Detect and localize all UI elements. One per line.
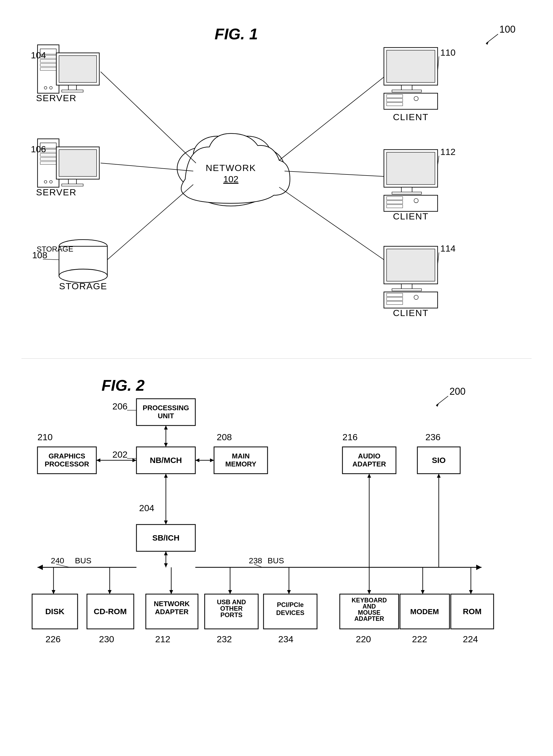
label-sio: SIO — [432, 456, 446, 465]
ref-104: 104 — [31, 50, 46, 60]
ref-204: 204 — [139, 503, 154, 513]
label-client2: CLIENT — [393, 211, 428, 221]
svg-rect-63 — [384, 292, 438, 308]
ref-234: 234 — [278, 634, 294, 644]
label-usb2: OTHER — [220, 605, 243, 612]
svg-rect-40 — [387, 50, 435, 82]
ref-236: 236 — [425, 432, 441, 442]
svg-marker-107 — [437, 474, 441, 478]
label-server2: SERVER — [36, 187, 77, 197]
svg-marker-93 — [164, 474, 168, 478]
fig2-section: FIG. 2 200 PROCESSING UNIT 206 NB/MCH 20… — [21, 375, 532, 744]
label-processing-unit: PROCESSING — [143, 404, 189, 412]
label-pci1: PCI/PCIe — [277, 601, 304, 608]
svg-rect-25 — [62, 184, 83, 186]
svg-rect-42 — [392, 90, 421, 92]
ref-212: 212 — [155, 634, 170, 644]
svg-rect-43 — [384, 93, 438, 109]
svg-line-69 — [279, 77, 384, 160]
label-main-memory1: MAIN — [232, 452, 250, 460]
svg-line-0 — [486, 34, 498, 43]
ref-202: 202 — [112, 449, 128, 459]
ref-106: 106 — [31, 144, 46, 154]
label-audio-adapter1: AUDIO — [358, 452, 380, 460]
svg-marker-73 — [436, 403, 439, 407]
ref-232: 232 — [217, 634, 232, 644]
ref-112: 112 — [441, 147, 456, 157]
label-usb3: PORTS — [221, 611, 243, 618]
svg-rect-53 — [384, 195, 438, 211]
svg-line-72 — [436, 396, 448, 405]
svg-rect-11 — [59, 56, 97, 82]
ref-216: 216 — [342, 432, 358, 442]
svg-rect-12 — [69, 85, 77, 90]
label-graphics-processor2: PROCESSOR — [45, 460, 89, 468]
label-network-adapter1: NETWORK — [154, 600, 190, 608]
svg-line-36 — [101, 72, 196, 163]
label-pci2: DEVICES — [276, 609, 304, 616]
label-network-text: NETWORK — [206, 163, 256, 173]
svg-line-70 — [285, 171, 384, 176]
svg-line-71 — [279, 187, 384, 260]
ref-200: 200 — [450, 386, 466, 397]
ref-226: 226 — [46, 634, 61, 644]
svg-marker-92 — [164, 521, 168, 525]
svg-marker-88 — [210, 458, 214, 462]
svg-marker-84 — [133, 458, 137, 462]
label-unit: UNIT — [158, 412, 174, 420]
svg-rect-61 — [401, 284, 412, 289]
page: FIG. 1 100 104 SERVER — [0, 0, 553, 756]
svg-marker-87 — [195, 458, 199, 462]
label-main-memory2: MEMORY — [225, 460, 256, 468]
label-network-adapter2: ADAPTER — [155, 608, 188, 616]
label-bus2: BUS — [267, 556, 284, 565]
svg-marker-100 — [164, 551, 168, 555]
ref-100: 100 — [499, 24, 516, 35]
svg-marker-83 — [96, 458, 100, 462]
svg-rect-52 — [392, 192, 421, 194]
svg-marker-124 — [367, 590, 371, 594]
svg-rect-60 — [387, 249, 435, 281]
label-storage-in: STORAGE — [36, 245, 73, 253]
label-usb1: USB AND — [217, 598, 246, 606]
ref-222: 222 — [412, 634, 427, 644]
label-rom: ROM — [463, 607, 482, 616]
fig2-diagram: FIG. 2 200 PROCESSING UNIT 206 NB/MCH 20… — [21, 375, 530, 744]
ref-224: 224 — [463, 634, 478, 644]
label-cdrom: CD-ROM — [94, 607, 127, 616]
ref-240: 240 — [51, 556, 64, 565]
svg-marker-99 — [164, 563, 168, 567]
fig1-title: FIG. 1 — [215, 25, 258, 43]
svg-rect-24 — [69, 179, 77, 184]
svg-marker-102 — [476, 565, 482, 570]
svg-marker-78 — [164, 426, 168, 430]
label-nbmch: NB/MCH — [150, 456, 182, 465]
svg-marker-118 — [228, 590, 232, 594]
svg-line-38 — [107, 184, 193, 259]
svg-rect-62 — [392, 289, 421, 291]
ref-220: 220 — [356, 634, 371, 644]
svg-marker-112 — [108, 590, 111, 594]
label-network-102: 102 — [223, 174, 238, 184]
svg-marker-130 — [469, 590, 473, 594]
ref-110: 110 — [441, 47, 456, 58]
svg-point-28 — [59, 269, 107, 283]
label-audio-adapter2: ADAPTER — [352, 460, 386, 468]
ref-210: 210 — [37, 432, 53, 442]
svg-rect-23 — [59, 150, 97, 176]
network-cloud: NETWORK 102 — [177, 134, 290, 206]
label-kb4: ADAPTER — [354, 615, 384, 622]
svg-rect-51 — [401, 187, 412, 193]
svg-rect-13 — [62, 90, 83, 92]
svg-marker-121 — [287, 590, 291, 594]
label-graphics-processor1: GRAPHICS — [49, 452, 85, 460]
label-client1: CLIENT — [393, 112, 428, 122]
svg-marker-115 — [169, 590, 173, 594]
label-client3: CLIENT — [393, 308, 428, 318]
ref-238: 238 — [249, 556, 262, 565]
ref-206: 206 — [112, 401, 128, 411]
ref-208: 208 — [217, 432, 232, 442]
fig1-diagram: FIG. 1 100 104 SERVER — [21, 16, 532, 358]
label-disk: DISK — [45, 607, 65, 616]
label-storage: STORAGE — [59, 281, 107, 291]
